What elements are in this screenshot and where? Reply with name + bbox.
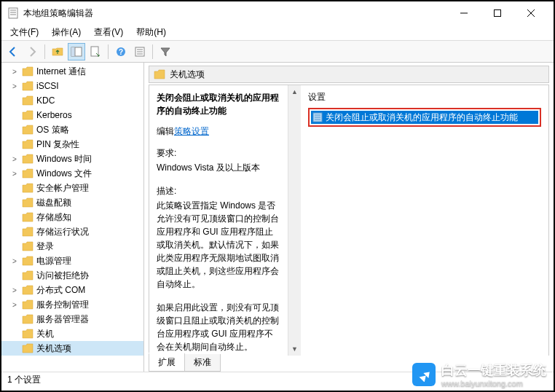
status-count: 1 个设置	[7, 374, 41, 386]
tree-item[interactable]: 安全帐户管理	[1, 181, 143, 195]
forward-button[interactable]	[23, 43, 41, 60]
up-button[interactable]	[49, 43, 66, 60]
tab-standard[interactable]: 标准	[184, 354, 221, 372]
back-button[interactable]	[4, 43, 22, 60]
tree-item[interactable]: >Windows 时间	[1, 152, 143, 166]
tree-item-label: 电源管理	[36, 255, 71, 267]
tree-item[interactable]: >iSCSI	[1, 79, 143, 93]
tree-item[interactable]: 存储感知	[1, 210, 143, 224]
description-para2: 如果启用此设置，则没有可见顶级窗口且阻止或取消关机的控制台应用程序或 GUI 应…	[157, 301, 280, 353]
chevron-icon[interactable]: >	[10, 68, 19, 76]
tree-item-label: KDC	[36, 95, 55, 106]
tree-item-label: 安全帐户管理	[36, 182, 89, 195]
toolbar-separator	[152, 44, 153, 59]
tree-item[interactable]: 访问被拒绝协	[1, 268, 143, 283]
tree-item[interactable]: 登录	[1, 239, 143, 254]
watermark: 白云一键重装系统 www.baiyunxitong.com	[412, 361, 546, 388]
chevron-icon[interactable]: >	[10, 170, 19, 178]
edit-policy-row: 编辑策略设置	[157, 125, 280, 138]
description-para1: 此策略设置指定 Windows 是否允许没有可见顶级窗口的控制台应用程序和 GU…	[157, 199, 280, 291]
close-button[interactable]	[514, 2, 548, 24]
tree-item-label: 服务控制管理	[36, 299, 89, 311]
toolbar-separator	[44, 44, 45, 59]
tree-item-label: Windows 时间	[36, 153, 92, 165]
tree-item-label: 访问被拒绝协	[36, 270, 89, 282]
watermark-url: www.baiyunxitong.com	[441, 379, 546, 388]
tree-item[interactable]: 关机选项	[1, 341, 143, 356]
tree-item-label: 分布式 COM	[36, 284, 85, 297]
menu-view[interactable]: 查看(V)	[88, 25, 129, 40]
tree-item-label: Windows 文件	[36, 168, 92, 180]
tree-item[interactable]: 磁盘配额	[1, 195, 143, 210]
tree-item-label: 关机	[36, 328, 54, 340]
svg-rect-5	[495, 10, 501, 17]
export-button[interactable]	[87, 43, 104, 60]
tree-item[interactable]: >服务控制管理	[1, 297, 143, 312]
tree-item[interactable]: OS 策略	[1, 122, 143, 137]
requirements-label: 要求:	[157, 146, 280, 160]
tree-item-label: 磁盘配额	[36, 197, 71, 209]
folder-icon	[154, 69, 165, 79]
maximize-button[interactable]	[481, 2, 514, 24]
window-title: 本地组策略编辑器	[23, 7, 447, 20]
filter-button[interactable]	[157, 43, 174, 60]
settings-item-label: 关闭会阻止或取消关机的应用程序的自动终止功能	[326, 111, 518, 124]
requirements-value: Windows Vista 及以上版本	[157, 161, 280, 174]
show-tree-button[interactable]	[68, 43, 85, 60]
svg-text:?: ?	[119, 48, 123, 56]
settings-header[interactable]: 设置	[308, 91, 541, 108]
tree-item[interactable]: >Windows 文件	[1, 166, 143, 181]
scroll-up-button[interactable]: ▲	[288, 85, 301, 98]
details-header-title: 关机选项	[170, 68, 205, 81]
edit-prefix: 编辑	[157, 126, 174, 136]
tree-item[interactable]: PIN 复杂性	[1, 137, 143, 152]
tree-item[interactable]: 关机	[1, 326, 143, 341]
chevron-icon[interactable]: >	[10, 257, 19, 265]
svg-rect-9	[71, 47, 75, 56]
edit-policy-link[interactable]: 策略设置	[174, 126, 209, 136]
tree-item[interactable]: >分布式 COM	[1, 283, 143, 297]
watermark-title: 白云一键重装系统	[441, 361, 546, 379]
properties-button[interactable]	[131, 43, 149, 60]
chevron-icon[interactable]: >	[10, 286, 19, 294]
tree-item-label: iSCSI	[36, 81, 59, 91]
watermark-icon	[412, 363, 436, 386]
tree-item-label: 登录	[36, 240, 54, 253]
main-area: >Internet 通信>iSCSIKDCKerberosOS 策略PIN 复杂…	[1, 63, 554, 372]
tree-item[interactable]: >电源管理	[1, 254, 143, 268]
settings-item[interactable]: 关闭会阻止或取消关机的应用程序的自动终止功能	[311, 111, 538, 124]
tree-item[interactable]: 服务器管理器	[1, 312, 143, 326]
tree-item[interactable]: KDC	[1, 93, 143, 108]
chevron-icon[interactable]: >	[10, 155, 19, 163]
menu-action[interactable]: 操作(A)	[46, 25, 87, 40]
toolbar: ?	[1, 41, 554, 63]
titlebar: 本地组策略编辑器	[1, 1, 554, 25]
chevron-icon[interactable]: >	[10, 301, 19, 309]
menubar: 文件(F) 操作(A) 查看(V) 帮助(H)	[1, 25, 554, 41]
minimize-button[interactable]	[447, 2, 481, 24]
settings-list-highlight: 关闭会阻止或取消关机的应用程序的自动终止功能	[308, 108, 541, 127]
svg-rect-0	[9, 8, 17, 18]
toolbar-separator	[108, 44, 109, 59]
menu-help[interactable]: 帮助(H)	[130, 25, 172, 40]
tree-item-label: 服务器管理器	[36, 313, 89, 326]
policy-icon	[312, 112, 323, 122]
tree-item[interactable]: Kerberos	[1, 108, 143, 122]
tree-item-label: 存储运行状况	[36, 226, 89, 238]
scroll-down-button[interactable]: ▼	[288, 342, 301, 356]
description-scrollbar[interactable]: ▲ ▼	[288, 85, 301, 356]
tab-extended[interactable]: 扩展	[149, 353, 185, 372]
tree-item[interactable]: >Internet 通信	[1, 64, 143, 79]
settings-column: 设置 关闭会阻止或取消关机的应用程序的自动终止功能	[301, 85, 548, 356]
tree-item-label: OS 策略	[36, 124, 69, 136]
menu-file[interactable]: 文件(F)	[4, 25, 44, 40]
policy-title: 关闭会阻止或取消关机的应用程序的自动终止功能	[157, 91, 280, 117]
tree-item-label: 存储感知	[36, 211, 71, 224]
details-body: 关闭会阻止或取消关机的应用程序的自动终止功能 编辑策略设置 要求: Window…	[149, 85, 549, 356]
description-label: 描述:	[157, 184, 280, 197]
chevron-icon[interactable]: >	[10, 82, 19, 90]
tree-item[interactable]: 存储运行状况	[1, 224, 143, 239]
details-header: 关机选项	[149, 66, 549, 83]
tree-panel[interactable]: >Internet 通信>iSCSIKDCKerberosOS 策略PIN 复杂…	[1, 63, 144, 372]
help-button[interactable]: ?	[112, 43, 130, 60]
